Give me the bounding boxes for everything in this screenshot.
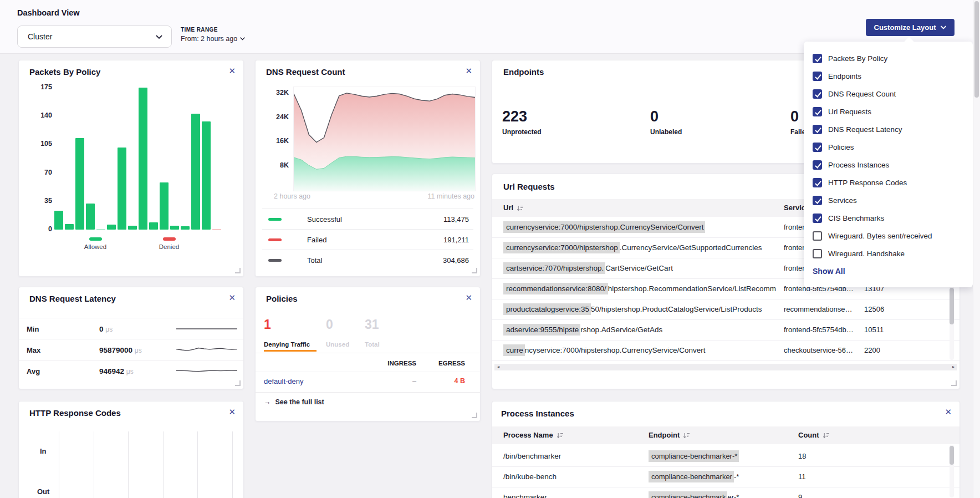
resize-handle[interactable] [472, 268, 477, 273]
checkbox[interactable] [813, 54, 822, 63]
page-scrollbar[interactable] [973, 0, 980, 498]
resize-handle[interactable] [235, 268, 241, 273]
checkbox[interactable] [813, 214, 822, 223]
bar-allowed [118, 148, 126, 230]
resize-handle[interactable] [951, 380, 957, 386]
scrollbar-thumb[interactable] [950, 288, 954, 324]
view-selector-value: Cluster [28, 32, 52, 41]
close-icon[interactable]: ✕ [465, 293, 472, 302]
table-row[interactable]: productcatalogservice:3550/hipstershop.P… [492, 299, 959, 320]
card-title: Policies [266, 294, 298, 303]
arrow-right-icon: → [264, 398, 271, 406]
table-row[interactable]: /bin/benchmarker compliance-benchmarker-… [492, 446, 959, 467]
time-range: TIME RANGE From: 2 hours ago [181, 27, 245, 43]
view-selector[interactable]: Cluster [17, 26, 172, 48]
scrollbar-thumb[interactable] [950, 446, 954, 465]
menu-item-http-response-codes[interactable]: HTTP Response Codes [813, 175, 967, 190]
bar-allowed [149, 222, 158, 230]
scroll-left-icon[interactable]: ◂ [497, 365, 499, 369]
scrollbar-thumb[interactable] [974, 1, 979, 98]
customize-layout-menu: Packets By Policy Endpoints DNS Request … [804, 42, 973, 287]
url-cell: productcatalogservice:3550/hipstershop.P… [503, 299, 776, 319]
table-row[interactable]: /bin/kube-bench compliance-benchmarker-*… [492, 466, 959, 487]
card-http-response-codes: HTTP Response Codes ✕ In Out [18, 401, 244, 498]
checkbox[interactable] [813, 249, 822, 258]
legend-swatch [268, 259, 282, 262]
column-header-count[interactable]: Count [798, 426, 830, 444]
bar-allowed [191, 114, 200, 230]
menu-item-wireguard-handshake[interactable]: Wireguard. Handshake [813, 246, 967, 261]
table-vertical-scrollbar[interactable] [950, 445, 954, 497]
card-title: DNS Request Latency [29, 294, 116, 303]
sparkline [176, 324, 237, 334]
checkbox[interactable] [813, 89, 822, 99]
url-cell: currencyservice:7000/hipstershop.Currenc… [503, 340, 776, 360]
chevron-down-icon [941, 26, 946, 29]
close-icon[interactable]: ✕ [228, 67, 236, 75]
process-name-cell: /bin/kube-bench [503, 466, 642, 487]
sort-icon [517, 205, 524, 211]
show-all-link[interactable]: Show All [813, 267, 845, 276]
scroll-right-icon[interactable]: ▸ [952, 365, 955, 369]
resize-handle[interactable] [235, 380, 241, 386]
table-row[interactable]: benchmarker compliance-benchmarker-* 9 [492, 487, 959, 498]
close-icon[interactable]: ✕ [945, 408, 952, 416]
table-horizontal-scrollbar[interactable]: ◂ ▸ [494, 364, 957, 370]
column-header-endpoint[interactable]: Endpoint [649, 426, 690, 444]
checkbox[interactable] [813, 125, 822, 134]
tab-denying-traffic[interactable]: Denying Traffic [264, 341, 310, 348]
count-cell: 10511 [864, 319, 908, 340]
y-tick-label: 0 [48, 225, 52, 233]
menu-item-packets-by-policy[interactable]: Packets By Policy [813, 50, 967, 66]
see-full-list-link[interactable]: → See the full list [264, 398, 324, 406]
checkbox[interactable] [813, 107, 822, 116]
stat-unprotected: 223 Unprotected [502, 109, 542, 136]
table-header: Process Name Endpoint Count [492, 426, 959, 444]
tab-denying-traffic-value: 1 [264, 318, 271, 331]
page-title: Dashboard View [17, 8, 80, 17]
sort-icon [683, 433, 690, 439]
checkbox[interactable] [813, 72, 822, 81]
menu-item-dns-request-latency[interactable]: DNS Request Latency [813, 121, 967, 137]
customize-layout-button[interactable]: Customize Layout [866, 19, 955, 36]
column-header-url[interactable]: Url [503, 199, 524, 217]
menu-item-wireguard-bytes[interactable]: Wireguard. Bytes sent/received [813, 228, 967, 243]
card-dns-request-latency: DNS Request Latency ✕ Min 0 μs Max 95879… [18, 287, 244, 389]
tab-unused[interactable]: Unused [326, 341, 349, 348]
checkbox[interactable] [813, 160, 822, 170]
menu-item-endpoints[interactable]: Endpoints [813, 68, 967, 84]
policy-link[interactable]: default-deny [264, 377, 304, 385]
tab-total[interactable]: Total [365, 341, 380, 348]
active-tab-underline [264, 350, 317, 352]
checkbox[interactable] [813, 143, 822, 152]
bar-allowed [54, 211, 63, 230]
checkbox[interactable] [813, 196, 822, 205]
column-header-process-name[interactable]: Process Name [503, 426, 564, 444]
table-row[interactable]: adservice:9555/hipstershop.AdService/Get… [492, 319, 959, 341]
menu-item-url-requests[interactable]: Url Requests [813, 104, 967, 119]
legend-row-successful: Successful 113,475 [262, 209, 473, 230]
menu-item-policies[interactable]: Policies [813, 139, 967, 155]
menu-item-cis-benchmarks[interactable]: CIS Benchmarks [813, 210, 967, 226]
checkbox[interactable] [813, 178, 822, 187]
url-cell: recommendationservice:8080/hipstershop.R… [503, 278, 776, 299]
checkbox[interactable] [813, 231, 822, 241]
tab-unused-value: 0 [326, 318, 333, 331]
close-icon[interactable]: ✕ [465, 67, 472, 75]
menu-item-process-instances[interactable]: Process Instances [813, 157, 967, 172]
card-policies: Policies ✕ 1 Denying Traffic 0 Unused 31… [255, 287, 481, 421]
chevron-down-icon [240, 37, 245, 40]
y-tick-label: 24K [276, 113, 289, 121]
resize-handle[interactable] [472, 413, 477, 418]
legend-row-total: Total 304,686 [262, 250, 473, 271]
close-icon[interactable]: ✕ [228, 293, 236, 302]
time-range-from[interactable]: From: 2 hours ago [181, 35, 245, 43]
url-cell: adservice:9555/hipstershop.AdService/Get… [503, 319, 776, 340]
menu-item-services[interactable]: Services [813, 192, 967, 208]
table-row[interactable]: currencyservice:7000/hipstershop.Currenc… [492, 340, 959, 361]
menu-item-dns-request-count[interactable]: DNS Request Count [813, 86, 967, 101]
bar-allowed [65, 224, 74, 230]
tab-total-value: 31 [365, 318, 379, 331]
latency-row-avg: Avg 946942 μs [19, 360, 243, 382]
bar-chart [54, 88, 226, 230]
